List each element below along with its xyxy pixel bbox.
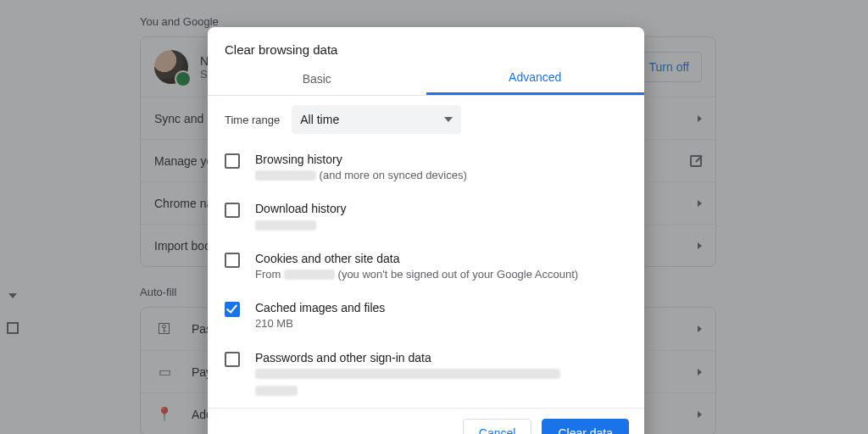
clear-browsing-data-dialog: Clear browsing data Basic Advanced Time … <box>208 27 644 434</box>
checkbox-cache[interactable] <box>225 302 240 317</box>
clear-data-button[interactable]: Clear data <box>542 419 629 434</box>
item-subtext: From (you won't be signed out of your Go… <box>255 267 627 282</box>
checkbox-passwords[interactable] <box>225 352 240 367</box>
item-cache[interactable]: Cached images and files 210 MB <box>225 292 627 341</box>
redacted-text <box>284 270 335 280</box>
item-title: Download history <box>255 201 627 217</box>
item-title: Passwords and other sign-in data <box>255 350 627 366</box>
checkbox-download-history[interactable] <box>225 203 240 218</box>
dialog-title: Clear browsing data <box>208 27 644 62</box>
dialog-actions: Cancel Clear data <box>208 408 644 434</box>
redacted-text <box>255 369 560 379</box>
item-passwords[interactable]: Passwords and other sign-in data <box>225 342 627 399</box>
item-title: Cached images and files <box>255 300 627 316</box>
chevron-down-icon <box>444 117 453 122</box>
checkbox-browsing-history[interactable] <box>225 153 240 169</box>
item-subtext <box>255 366 627 396</box>
item-cookies[interactable]: Cookies and other site data From (you wo… <box>225 242 627 292</box>
tab-advanced[interactable]: Advanced <box>426 62 645 95</box>
time-range-row: Time range All time <box>208 96 644 143</box>
tab-basic[interactable]: Basic <box>208 62 426 95</box>
time-range-value: All time <box>300 113 339 126</box>
item-browsing-history[interactable]: Browsing history (and more on synced dev… <box>225 143 627 192</box>
item-subtext <box>255 217 627 232</box>
redacted-text <box>255 386 298 396</box>
item-subtext: (and more on synced devices) <box>255 168 627 183</box>
time-range-label: Time range <box>225 114 280 126</box>
cancel-button[interactable]: Cancel <box>463 419 532 434</box>
time-range-select[interactable]: All time <box>292 105 461 134</box>
item-title: Browsing history <box>255 152 627 168</box>
dialog-tabs: Basic Advanced <box>208 62 644 96</box>
item-title: Cookies and other site data <box>255 251 627 267</box>
redacted-text <box>255 220 316 231</box>
item-subtext: 210 MB <box>255 316 627 331</box>
checkbox-cookies[interactable] <box>225 253 240 268</box>
redacted-text <box>255 170 316 181</box>
item-download-history[interactable]: Download history <box>225 192 627 242</box>
data-type-list: Browsing history (and more on synced dev… <box>208 143 644 408</box>
